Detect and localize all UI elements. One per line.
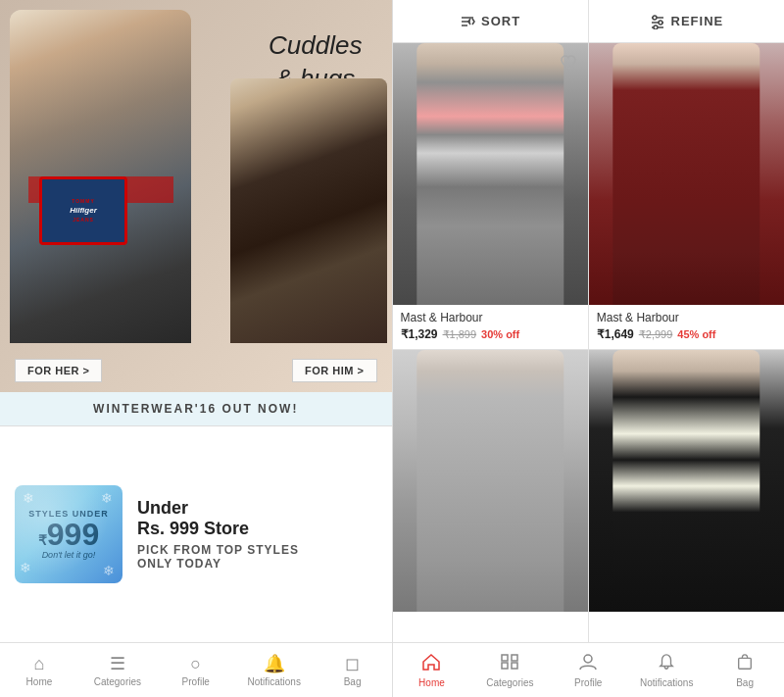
nav-bag-left[interactable]: ◻ Bag: [314, 643, 392, 697]
nav-profile-right[interactable]: Profile: [549, 643, 627, 697]
svg-point-8: [654, 25, 658, 29]
left-bottom-nav: ⌂ Home ☰ Categories ○ Profile 🔔 Notifica…: [0, 642, 392, 697]
svg-point-4: [653, 16, 657, 20]
nav-notifications-label-left: Notifications: [247, 676, 300, 687]
nav-profile-label-right: Profile: [574, 677, 602, 688]
tommy-hilfiger-logo: TOMMY Hilfiger JEANS: [39, 176, 127, 245]
snowflake-2: ❄: [101, 490, 113, 506]
left-panel: Cuddles & hugs, all day long TOMMY Hilfi…: [0, 0, 392, 697]
svg-rect-9: [502, 655, 508, 661]
profile-icon-right: [578, 653, 598, 675]
product-card-3[interactable]: [393, 350, 588, 642]
svg-rect-12: [512, 663, 517, 669]
product-brand-2: Mast & Harbour: [597, 311, 776, 324]
winterwear-banner: WINTERWEAR'16 OUT NOW!: [0, 392, 392, 426]
profile-icon-left: ○: [190, 654, 201, 674]
home-icon-right: [421, 653, 441, 675]
under-999-description: UnderRs. 999 Store PICK FROM TOP STYLES …: [137, 498, 299, 571]
nav-bag-label-left: Bag: [344, 676, 362, 687]
product-info-1: Mast & Harbour ₹1,329 ₹1,899 30% off: [393, 305, 588, 349]
for-him-button[interactable]: FOR HIM >: [292, 359, 376, 382]
svg-point-6: [659, 21, 662, 25]
under-999-badge: ❄ ❄ ❄ ❄ STYLES UNDER ₹999 Don't let it g…: [15, 485, 122, 583]
product-info-4: [589, 612, 784, 642]
sort-label: SORT: [481, 14, 520, 28]
svg-point-13: [584, 655, 592, 663]
categories-icon-right: [500, 653, 519, 675]
for-her-button[interactable]: FOR HER >: [15, 359, 102, 382]
price-discount-1: 30% off: [481, 328, 519, 340]
sort-button[interactable]: SORT: [393, 0, 589, 42]
product-image-3: [393, 350, 588, 612]
bag-icon-left: ◻: [345, 653, 360, 674]
sort-refine-bar: SORT REFINE: [393, 0, 785, 43]
product-brand-1: Mast & Harbour: [401, 311, 580, 324]
home-icon-left: ⌂: [34, 654, 45, 674]
right-panel: SORT REFINE: [393, 0, 785, 697]
price-original-2: ₹2,999: [639, 328, 673, 341]
nav-categories-right[interactable]: Categories: [470, 643, 549, 697]
svg-rect-14: [739, 658, 752, 669]
price-current-1: ₹1,329: [401, 327, 438, 341]
nav-notifications-label-right: Notifications: [640, 677, 693, 688]
product-card-4[interactable]: [589, 350, 784, 642]
snowflake-4: ❄: [103, 563, 115, 578]
product-image-2: [589, 43, 784, 305]
under-999-section[interactable]: ❄ ❄ ❄ ❄ STYLES UNDER ₹999 Don't let it g…: [0, 426, 392, 642]
nav-bag-label-right: Bag: [736, 677, 754, 688]
product-image-1: [393, 43, 588, 305]
price-current-2: ₹1,649: [597, 327, 634, 341]
nav-categories-label-left: Categories: [94, 676, 141, 687]
refine-button[interactable]: REFINE: [589, 0, 784, 42]
product-card-2[interactable]: Mast & Harbour ₹1,649 ₹2,999 45% off: [589, 43, 784, 349]
nav-notifications-left[interactable]: 🔔 Notifications: [235, 643, 314, 697]
product-info-3: [393, 612, 588, 642]
price-original-1: ₹1,899: [443, 328, 477, 341]
product-brand-3: [401, 618, 580, 631]
male-model-image: [230, 78, 387, 343]
product-price-2: ₹1,649 ₹2,999 45% off: [597, 327, 776, 341]
hero-banner: Cuddles & hugs, all day long TOMMY Hilfi…: [0, 0, 392, 392]
nav-categories-left[interactable]: ☰ Categories: [78, 643, 157, 697]
notifications-icon-right: [657, 653, 676, 675]
under-999-subtitle: PICK FROM TOP STYLES: [137, 543, 299, 557]
notifications-icon-left: 🔔: [264, 653, 285, 674]
nav-categories-label-right: Categories: [486, 677, 533, 688]
price-999: ₹999: [38, 519, 99, 550]
svg-rect-10: [512, 655, 517, 661]
right-bottom-nav: Home Categories Profile Notifications Ba…: [393, 642, 785, 697]
nav-notifications-right[interactable]: Notifications: [627, 643, 706, 697]
nav-home-label-right: Home: [418, 677, 445, 688]
products-grid: Mast & Harbour ₹1,329 ₹1,899 30% off Mas…: [393, 43, 785, 642]
price-discount-2: 45% off: [677, 328, 715, 340]
product-price-1: ₹1,329 ₹1,899 30% off: [401, 327, 580, 341]
wishlist-icon-1[interactable]: [557, 51, 580, 75]
nav-profile-label-left: Profile: [182, 676, 210, 687]
categories-icon-left: ☰: [110, 653, 125, 674]
sort-icon: [460, 14, 475, 29]
under-999-subtitle2: ONLY TODAY: [137, 557, 299, 571]
snowflake-1: ❄: [23, 490, 34, 506]
nav-profile-left[interactable]: ○ Profile: [157, 643, 235, 697]
bag-icon-right: [735, 653, 755, 675]
nav-home-left[interactable]: ⌂ Home: [0, 643, 78, 697]
refine-label: REFINE: [671, 14, 724, 28]
product-info-2: Mast & Harbour ₹1,649 ₹2,999 45% off: [589, 305, 784, 349]
svg-rect-11: [502, 663, 508, 669]
snowflake-3: ❄: [20, 560, 31, 575]
nav-bag-right[interactable]: Bag: [706, 643, 784, 697]
refine-icon: [650, 14, 665, 29]
nav-home-label-left: Home: [26, 676, 53, 687]
under-999-title: UnderRs. 999 Store: [137, 498, 299, 539]
product-card-1[interactable]: Mast & Harbour ₹1,329 ₹1,899 30% off: [393, 43, 588, 349]
product-brand-4: [597, 618, 776, 631]
nav-home-right[interactable]: Home: [393, 643, 471, 697]
product-image-4: [589, 350, 784, 612]
